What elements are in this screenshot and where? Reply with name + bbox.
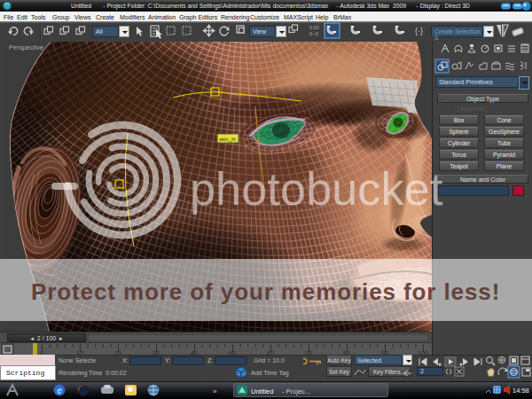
svg-text:e: e	[57, 386, 62, 395]
svg-text:»: »	[213, 387, 217, 395]
svg-text:Untitled: Untitled	[251, 387, 273, 395]
svg-text:- Projec...: - Projec...	[282, 387, 310, 395]
svg-text:14:58: 14:58	[512, 387, 529, 395]
